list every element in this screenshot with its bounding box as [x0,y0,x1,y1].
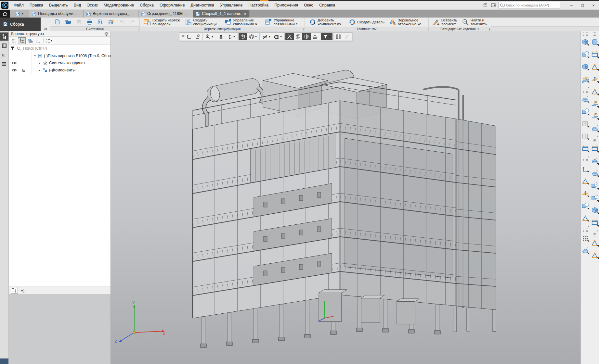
view-tool-button[interactable] [294,33,302,40]
tree-toolbar-button[interactable] [34,37,42,44]
system-tool-button[interactable] [85,18,95,26]
feature-tool-button[interactable] [581,143,590,155]
menu-item[interactable]: Диагностика [188,3,217,7]
view-tool-button[interactable] [285,33,294,40]
menu-item[interactable]: Моделирование [101,3,137,7]
feature-tool-button[interactable] [592,32,597,36]
feature-tool-button[interactable] [583,159,588,163]
document-tab[interactable]: Сборка9_1_1 панели... × [193,10,250,18]
view-tool-button[interactable] [321,33,332,40]
view-tool-button[interactable] [225,33,237,40]
feature-tool-button[interactable] [591,61,599,73]
feature-tool-button[interactable] [591,48,599,61]
view-tool-button[interactable] [247,33,259,40]
ribbon-button[interactable]: Вставитьэлемент [431,18,459,27]
command-search-input[interactable] [504,3,558,7]
view-tool-button[interactable] [239,33,247,40]
filter-funnel-icon[interactable] [10,46,15,51]
feature-tool-button[interactable]: ▸ [581,224,589,228]
feature-tool-button[interactable] [591,73,599,85]
view-tool-button[interactable] [202,33,203,40]
feature-tool-button[interactable] [591,237,599,249]
menu-item[interactable]: Вид [71,3,84,7]
tree-toolbar-button[interactable]: 12 [10,37,18,44]
document-tab[interactable]: Верхняя площадка_... [84,10,138,18]
feature-tool-button[interactable] [591,155,599,167]
document-tab[interactable]: Площадка обслужи... [29,10,84,18]
feature-tool-button[interactable] [581,232,590,245]
panel-switch-button[interactable] [0,60,8,68]
feature-tool-button[interactable] [583,228,588,232]
view-tool-button[interactable] [180,35,185,39]
view-tool-button[interactable] [302,33,311,40]
feature-tool-button[interactable] [581,106,590,118]
ribbon-button[interactable]: Создать чертежпо модели [142,18,182,27]
ribbon-button[interactable]: Управлениесвязанными с... [263,18,303,27]
group-dropdown-icon[interactable]: ▾ [477,28,479,31]
feature-tool-button[interactable] [581,187,590,200]
feature-tool-button[interactable] [591,110,599,122]
feature-tool-button[interactable] [581,175,590,187]
feature-tool-button[interactable] [581,245,590,257]
new-document-menu[interactable]: ▾ [10,10,29,18]
tree-item[interactable]: ▾ (-)Печь пиролиза F1008 (Тел-0, Сбороч [9,52,111,59]
view-tool-button[interactable] [334,33,343,40]
view-tool-button[interactable] [238,33,238,40]
system-tool-button[interactable] [52,18,62,26]
system-tool-button[interactable] [95,18,105,26]
feature-tool-button[interactable] [591,36,599,48]
tree-toolbar-button[interactable] [45,37,53,44]
tree-toolbar-button[interactable] [43,38,44,43]
expand-arrow-icon[interactable]: ▾ [33,54,37,57]
menu-item[interactable]: Файл [11,3,27,7]
menu-item[interactable]: Правка [27,3,46,7]
panel-switch-button[interactable] [0,42,8,50]
feature-tool-button[interactable] [591,192,599,204]
ribbon-button[interactable]: Добавитькомпонент из... [307,18,346,27]
tree-toolbar-button[interactable] [18,37,26,44]
expand-arrow-icon[interactable]: ▸ [37,61,42,65]
gear-icon[interactable] [104,32,109,36]
feature-tool-button[interactable] [581,48,590,61]
tree-item[interactable]: ▸ Системы координат [9,59,111,67]
feature-tool-button[interactable]: ▸ [581,85,589,89]
panel-switch-button[interactable]: fx [0,51,8,59]
ribbon-collapse-button[interactable] [41,18,50,31]
list-view-tab[interactable]: 12 [19,287,26,294]
system-tool-button[interactable] [63,18,73,26]
window-layout-icon[interactable] [481,2,488,8]
view-tool-button[interactable] [217,33,225,40]
panel-switch-button[interactable] [0,32,8,41]
view-tool-button[interactable] [320,33,320,40]
view-tool-button[interactable] [333,33,333,40]
view-tool-button[interactable] [185,33,193,40]
visibility-eye-icon[interactable] [9,69,20,72]
command-search-box[interactable] [498,2,560,8]
menu-item[interactable]: Оформление [157,3,188,7]
feature-tool-button[interactable] [581,73,590,85]
menu-item[interactable]: Управление [217,3,246,7]
view-tool-button[interactable] [260,33,272,40]
menu-item[interactable]: Эскиз [84,3,100,7]
feature-tool-button[interactable]: ▸ [581,155,589,159]
menu-item[interactable]: Справка [316,3,338,7]
feature-tool-button[interactable] [581,200,590,212]
feature-tool-button[interactable] [581,36,590,48]
feature-tool-button[interactable]: ▸ [591,229,599,233]
view-tool-button[interactable] [203,33,215,40]
feature-tool-button[interactable] [591,85,599,98]
tree-view-tab[interactable] [11,287,18,294]
feature-tool-button[interactable] [581,93,590,106]
view-tool-button[interactable] [343,33,351,40]
menu-item[interactable]: Приложения [271,3,301,7]
tree-toolbar-button[interactable] [26,37,34,44]
ribbon-button[interactable]: Создать деталь [346,18,386,27]
view-tool-button[interactable] [259,33,260,40]
model-3d-pyrolysis-furnace[interactable] [111,31,580,364]
document-tab[interactable]: Ограждение_ 11886... [138,10,193,18]
home-tab[interactable] [0,10,10,18]
menu-item[interactable]: Выделить [46,3,71,7]
feature-tool-button[interactable] [591,122,599,135]
system-tool-button[interactable] [106,18,116,26]
feature-tool-button[interactable] [581,118,590,130]
